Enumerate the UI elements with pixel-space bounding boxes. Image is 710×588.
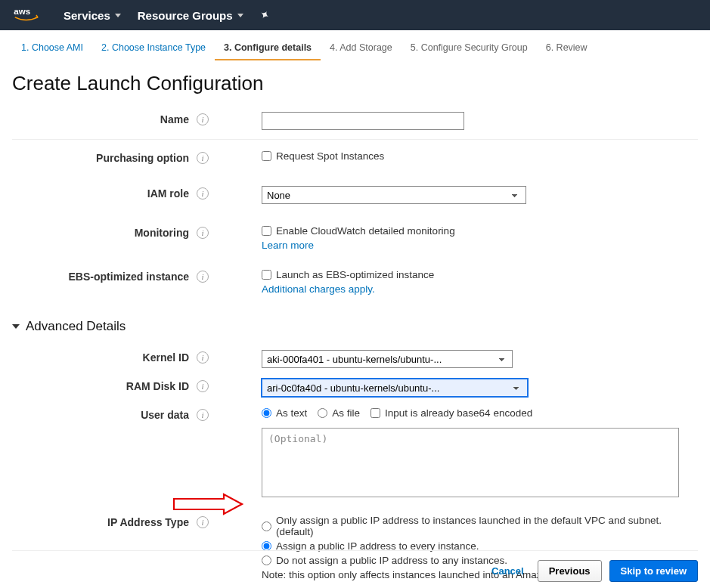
label-name: Name bbox=[160, 113, 189, 125]
userdata-astext-radio[interactable] bbox=[262, 408, 271, 418]
label-iam: IAM role bbox=[147, 187, 189, 200]
ip-opt1-label: Only assign a public IP address to insta… bbox=[276, 515, 698, 537]
nav-resource-groups-label: Resource Groups bbox=[138, 9, 233, 22]
previous-button[interactable]: Previous bbox=[538, 560, 602, 582]
userdata-asfile-wrap[interactable]: As file bbox=[318, 407, 360, 419]
svg-text:aws: aws bbox=[14, 7, 30, 16]
info-icon[interactable]: i bbox=[197, 271, 209, 283]
monitoring-checkbox-wrap[interactable]: Enable CloudWatch detailed monitoring bbox=[262, 225, 698, 237]
ebs-checkbox[interactable] bbox=[262, 270, 271, 280]
skip-to-review-button[interactable]: Skip to review bbox=[609, 560, 698, 582]
row-userdata: User data i As text As file Input is alr… bbox=[12, 401, 698, 504]
userdata-base64-label: Input is already base64 encoded bbox=[385, 407, 532, 419]
userdata-base64-wrap[interactable]: Input is already base64 encoded bbox=[371, 407, 532, 419]
page-content: Create Launch Configuration Name i Purch… bbox=[0, 61, 710, 585]
nav-services[interactable]: Services bbox=[64, 9, 121, 22]
info-icon[interactable]: i bbox=[197, 152, 209, 164]
advanced-details-header[interactable]: Advanced Details bbox=[12, 314, 698, 339]
label-ramdisk: RAM Disk ID bbox=[126, 380, 189, 392]
row-ebs: EBS-optimized instance i Launch as EBS-o… bbox=[12, 263, 698, 299]
userdata-asfile-radio[interactable] bbox=[318, 408, 327, 418]
row-monitoring: Monitoring i Enable CloudWatch detailed … bbox=[12, 219, 698, 255]
pin-icon[interactable]: ✦ bbox=[257, 7, 272, 23]
row-ramdisk: RAM Disk ID i ari-0c0fa40d - ubuntu-kern… bbox=[12, 373, 698, 401]
userdata-asfile-label: As file bbox=[332, 407, 360, 419]
caret-down-icon bbox=[237, 14, 243, 17]
label-ebs: EBS-optimized instance bbox=[69, 271, 189, 283]
row-kernel: Kernel ID i aki-000fa401 - ubuntu-kernel… bbox=[12, 344, 698, 373]
monitoring-checkbox[interactable] bbox=[262, 226, 271, 236]
userdata-base64-checkbox[interactable] bbox=[371, 408, 380, 418]
footer: Cancel Previous Skip to review bbox=[12, 550, 698, 582]
userdata-astext-label: As text bbox=[276, 407, 307, 419]
nav-resource-groups[interactable]: Resource Groups bbox=[138, 9, 243, 22]
label-monitoring: Monitoring bbox=[135, 227, 189, 239]
label-userdata: User data bbox=[141, 409, 189, 421]
wizard-step-3[interactable]: 3. Configure details bbox=[215, 38, 321, 60]
userdata-textarea[interactable] bbox=[262, 428, 679, 497]
info-icon[interactable]: i bbox=[197, 516, 209, 528]
kernel-select[interactable]: aki-000fa401 - ubuntu-kernels/ubuntu-... bbox=[262, 350, 513, 368]
info-icon[interactable]: i bbox=[197, 380, 209, 392]
spot-label: Request Spot Instances bbox=[276, 150, 384, 162]
caret-down-icon bbox=[115, 14, 121, 17]
cancel-button[interactable]: Cancel bbox=[485, 561, 530, 581]
name-input[interactable] bbox=[262, 112, 464, 130]
row-name: Name i bbox=[12, 106, 698, 140]
additional-charges-link[interactable]: Additional charges apply. bbox=[262, 283, 375, 295]
spot-checkbox[interactable] bbox=[262, 151, 271, 161]
label-iptype: IP Address Type bbox=[107, 516, 189, 528]
spot-checkbox-wrap[interactable]: Request Spot Instances bbox=[262, 150, 698, 162]
wizard-step-2[interactable]: 2. Choose Instance Type bbox=[92, 38, 215, 60]
wizard-step-5[interactable]: 5. Configure Security Group bbox=[402, 38, 537, 60]
info-icon[interactable]: i bbox=[197, 227, 209, 239]
wizard-step-6[interactable]: 6. Review bbox=[537, 38, 597, 60]
advanced-title: Advanced Details bbox=[26, 319, 126, 334]
wizard-step-4[interactable]: 4. Add Storage bbox=[321, 38, 402, 60]
label-purchasing: Purchasing option bbox=[96, 152, 189, 164]
aws-logo[interactable]: aws bbox=[14, 5, 47, 25]
ip-opt1-radio[interactable] bbox=[262, 521, 271, 531]
caret-down-icon bbox=[12, 324, 20, 329]
wizard-step-1[interactable]: 1. Choose AMI bbox=[12, 38, 92, 60]
info-icon[interactable]: i bbox=[197, 409, 209, 421]
ebs-label: Launch as EBS-optimized instance bbox=[276, 269, 434, 280]
top-nav: aws Services Resource Groups ✦ bbox=[0, 0, 710, 30]
row-purchasing: Purchasing option i Request Spot Instanc… bbox=[12, 144, 698, 169]
monitoring-label: Enable CloudWatch detailed monitoring bbox=[276, 225, 455, 237]
nav-services-label: Services bbox=[64, 9, 110, 22]
label-kernel: Kernel ID bbox=[143, 351, 189, 364]
iam-role-select[interactable]: None bbox=[262, 186, 526, 204]
info-icon[interactable]: i bbox=[197, 187, 209, 200]
ramdisk-select[interactable]: ari-0c0fa40d - ubuntu-kernels/ubuntu-... bbox=[262, 379, 528, 397]
ip-opt1-wrap[interactable]: Only assign a public IP address to insta… bbox=[262, 515, 698, 537]
userdata-astext-wrap[interactable]: As text bbox=[262, 407, 307, 419]
row-iam: IAM role i None bbox=[12, 180, 698, 209]
info-icon[interactable]: i bbox=[197, 351, 209, 364]
learn-more-link[interactable]: Learn more bbox=[262, 240, 314, 251]
info-icon[interactable]: i bbox=[197, 113, 209, 125]
wizard-steps: 1. Choose AMI 2. Choose Instance Type 3.… bbox=[0, 30, 710, 61]
page-title: Create Launch Configuration bbox=[12, 72, 698, 95]
ebs-checkbox-wrap[interactable]: Launch as EBS-optimized instance bbox=[262, 269, 698, 280]
